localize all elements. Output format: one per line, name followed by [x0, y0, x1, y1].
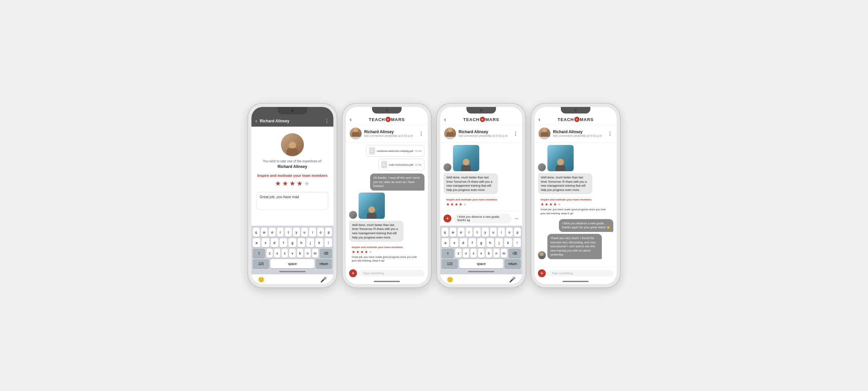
- key-shift[interactable]: ⇧: [253, 249, 265, 258]
- star-1[interactable]: ★: [275, 179, 281, 187]
- star-3[interactable]: ★: [289, 179, 296, 187]
- chat-input-phone2[interactable]: Type something...: [359, 270, 425, 276]
- key3-d[interactable]: d: [460, 238, 467, 247]
- key3-e[interactable]: e: [458, 228, 464, 237]
- key-z[interactable]: z: [267, 249, 273, 258]
- more-options-phone2[interactable]: ⋮: [418, 130, 424, 137]
- key-r[interactable]: r: [277, 228, 284, 237]
- home-bar-phone4: [535, 279, 617, 284]
- photo-thumb-phone3: [453, 145, 479, 171]
- more-options-phone1[interactable]: ⋮: [324, 118, 330, 124]
- key3-u[interactable]: u: [490, 228, 497, 237]
- key-q[interactable]: q: [253, 228, 259, 237]
- emoji-icon-3[interactable]: 🙂: [447, 276, 453, 283]
- send-button-phone3[interactable]: →: [514, 215, 519, 221]
- key-space[interactable]: space: [271, 259, 314, 268]
- star-4[interactable]: ★: [297, 179, 303, 187]
- key-s[interactable]: s: [261, 238, 269, 247]
- key3-w[interactable]: w: [450, 228, 457, 237]
- star-2[interactable]: ★: [282, 179, 288, 187]
- key3-f[interactable]: f: [468, 238, 476, 247]
- logo-mars: MARS: [391, 117, 405, 122]
- back-button-phone4[interactable]: ‹: [538, 116, 540, 123]
- rating-card-phone4: Inspire and motivate your team members ★…: [538, 196, 613, 217]
- key3-c[interactable]: c: [470, 249, 476, 258]
- key-v[interactable]: v: [289, 249, 296, 258]
- key-w[interactable]: w: [261, 228, 268, 237]
- key3-z[interactable]: z: [455, 249, 462, 258]
- key-y[interactable]: y: [293, 228, 300, 237]
- add-button-phone3[interactable]: +: [443, 214, 452, 222]
- add-button-phone4[interactable]: +: [538, 269, 546, 277]
- key3-space[interactable]: space: [459, 259, 503, 268]
- key-g[interactable]: g: [288, 238, 296, 247]
- back-button-phone3[interactable]: ‹: [444, 116, 446, 123]
- key3-j[interactable]: j: [495, 238, 503, 247]
- key-b[interactable]: b: [297, 249, 303, 258]
- key3-delete[interactable]: ⌫: [508, 249, 521, 258]
- key3-l[interactable]: l: [513, 238, 521, 247]
- key3-return[interactable]: return: [504, 259, 521, 268]
- key-123[interactable]: 123: [253, 259, 269, 268]
- phone-2-inner: ‹ TEACH N MARS: [346, 107, 428, 284]
- key-delete[interactable]: ⌫: [319, 249, 332, 258]
- card4-star-3: ★: [549, 202, 553, 207]
- key-j[interactable]: j: [307, 238, 314, 247]
- key-return[interactable]: return: [316, 259, 332, 268]
- key3-q[interactable]: q: [441, 228, 448, 237]
- key3-shift[interactable]: ⇧: [441, 249, 454, 258]
- key-x[interactable]: x: [274, 249, 280, 258]
- key3-o[interactable]: o: [506, 228, 513, 237]
- key-l[interactable]: l: [324, 238, 332, 247]
- key-o[interactable]: o: [317, 228, 324, 237]
- key-e[interactable]: e: [269, 228, 276, 237]
- key-row-3-bottom: 123 space return: [441, 259, 521, 268]
- key-m[interactable]: m: [312, 249, 318, 258]
- key-t[interactable]: t: [285, 228, 292, 237]
- key-n[interactable]: n: [305, 249, 311, 258]
- msg-user-reply-bubble: I think you deserve a new grade, thanks …: [559, 219, 613, 232]
- phone-3-wrapper: ‹ TEACH N MARS: [437, 104, 525, 287]
- emoji-icon[interactable]: 🙂: [258, 276, 265, 283]
- key-u[interactable]: u: [301, 228, 308, 237]
- back-button-phone1[interactable]: ‹: [255, 118, 257, 124]
- key-i[interactable]: i: [309, 228, 316, 237]
- key3-k[interactable]: k: [504, 238, 512, 247]
- key3-n[interactable]: n: [493, 249, 500, 258]
- key3-v[interactable]: v: [478, 249, 484, 258]
- key3-h[interactable]: h: [487, 238, 494, 247]
- more-options-phone3[interactable]: ⋮: [513, 130, 518, 137]
- add-button-phone2[interactable]: +: [349, 269, 357, 277]
- key-a[interactable]: a: [253, 238, 260, 247]
- chat-header-info-phone3: Richard Alinsey last connection yesterda…: [459, 129, 513, 138]
- key3-g[interactable]: g: [477, 238, 485, 247]
- key-d[interactable]: d: [271, 238, 278, 247]
- app-header-phone4: ‹ TEACH N MARS: [535, 114, 617, 125]
- key3-t[interactable]: t: [474, 228, 480, 237]
- key3-p[interactable]: p: [514, 228, 521, 237]
- mic-icon-3[interactable]: 🎤: [509, 276, 516, 283]
- chat-input-phone4[interactable]: Type something...: [548, 270, 613, 276]
- key3-x[interactable]: x: [463, 249, 469, 258]
- back-button-phone2[interactable]: ‹: [350, 116, 352, 123]
- key-k[interactable]: k: [315, 238, 323, 247]
- key-f[interactable]: f: [280, 238, 287, 247]
- rating-text-input[interactable]: Great job, you have mad: [257, 192, 328, 210]
- key3-r[interactable]: r: [466, 228, 473, 237]
- more-options-phone4[interactable]: ⋮: [608, 130, 613, 137]
- star-5[interactable]: ★: [304, 179, 310, 187]
- key3-b[interactable]: b: [486, 249, 492, 258]
- key3-a[interactable]: a: [441, 238, 449, 247]
- key3-m[interactable]: m: [501, 249, 507, 258]
- key3-i[interactable]: i: [498, 228, 505, 237]
- chat-input-phone3[interactable]: I think you deserve a new grade, thanks …: [453, 214, 512, 223]
- key3-123[interactable]: 123: [441, 259, 458, 268]
- stars-row-phone1[interactable]: ★ ★ ★ ★ ★: [275, 179, 310, 187]
- msg-coach-row: Well done, much better than last time! T…: [349, 221, 425, 242]
- key-h[interactable]: h: [298, 238, 305, 247]
- key3-y[interactable]: y: [482, 228, 489, 237]
- key3-s[interactable]: s: [451, 238, 458, 247]
- mic-icon[interactable]: 🎤: [320, 276, 327, 283]
- key-c[interactable]: c: [282, 249, 288, 258]
- key-p[interactable]: p: [325, 228, 332, 237]
